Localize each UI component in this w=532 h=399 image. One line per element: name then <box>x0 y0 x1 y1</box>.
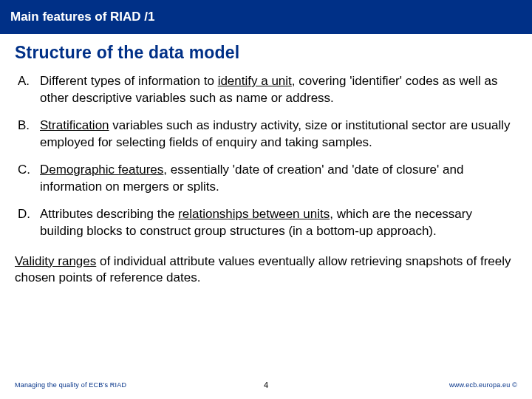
list-body: Demographic features, essentially 'date … <box>40 162 517 196</box>
page-number: 4 <box>264 381 268 389</box>
list-marker: D. <box>15 206 40 240</box>
ordered-list: A. Different types of information to ide… <box>15 73 517 240</box>
section-heading: Structure of the data model <box>15 43 517 63</box>
copyright-icon: © <box>512 381 517 389</box>
title-bar-text: Main features of RIAD /1 <box>10 10 155 24</box>
content-area: Structure of the data model A. Different… <box>0 34 532 287</box>
list-item: B. Stratification variables such as indu… <box>15 117 517 151</box>
slide: Main features of RIAD /1 Structure of th… <box>0 0 532 399</box>
list-body: Stratification variables such as industr… <box>40 117 517 151</box>
footer: Managing the quality of ECB's RIAD 4 www… <box>0 381 532 389</box>
list-body: Attributes describing the relationships … <box>40 206 517 240</box>
list-item: D. Attributes describing the relationshi… <box>15 206 517 240</box>
footer-url: www.ecb.europa.eu <box>449 381 510 389</box>
footer-left: Managing the quality of ECB's RIAD <box>15 381 126 389</box>
title-bar: Main features of RIAD /1 <box>0 0 532 34</box>
footer-right: www.ecb.europa.eu © <box>449 381 517 389</box>
list-marker: C. <box>15 162 40 196</box>
list-body: Different types of information to identi… <box>40 73 517 107</box>
list-item: A. Different types of information to ide… <box>15 73 517 107</box>
list-marker: A. <box>15 73 40 107</box>
list-marker: B. <box>15 117 40 151</box>
closing-paragraph: Validity ranges of individual attribute … <box>15 253 517 287</box>
list-item: C. Demographic features, essentially 'da… <box>15 162 517 196</box>
